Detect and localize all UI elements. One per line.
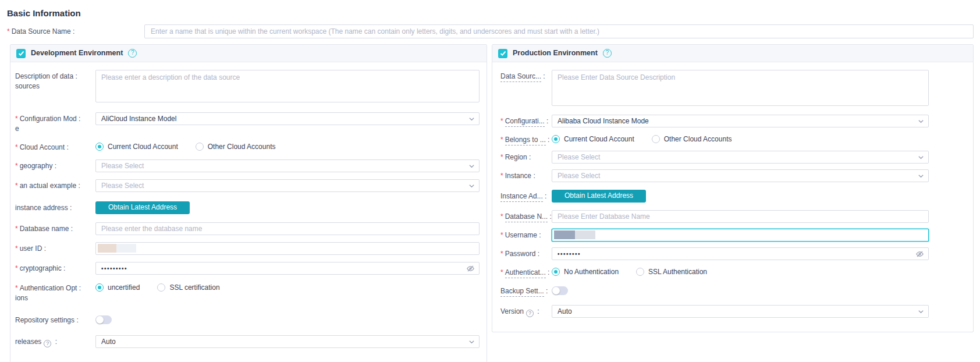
cloud_account-option-1[interactable]: Other Cloud Accounts (196, 142, 276, 152)
label-colon: : (52, 162, 56, 170)
redacted-value (554, 230, 575, 239)
field-row-authentication_options: *Authentication Opt :ionsuncertifiedSSL … (10, 282, 487, 303)
field-row-instance: *Instance :Please Select (492, 169, 973, 182)
field-row-instance_address: instance address :Obtain Latest Address (10, 201, 487, 214)
label-text: Region (505, 153, 527, 161)
authentication_options-option-1[interactable]: SSL certification (157, 283, 219, 293)
label-line: Instance Ad... : (500, 191, 552, 201)
label-line: *Password : (500, 249, 552, 259)
label-text-wrapped: ions (15, 293, 95, 303)
select-value: Please Select (558, 172, 600, 180)
authentication_method-radio-group: No AuthenticationSSL Authentication (552, 266, 929, 277)
label-text: Password (505, 250, 536, 258)
cloud_account-radio-group: Current Cloud AccountOther Cloud Account… (95, 141, 480, 152)
configuration_mode-select[interactable]: Alibaba Cloud Instance Mode (552, 115, 929, 127)
chevron-down-icon (918, 118, 924, 125)
label-line: Repository settings : (15, 315, 95, 325)
label-text: Version (500, 307, 524, 315)
cloud_account-label: *Cloud Account : (15, 141, 95, 152)
environment-panels: Development Environment?Description of d… (10, 44, 974, 362)
backup_settings-toggle[interactable] (552, 286, 568, 295)
field-row-database_name: *Database N... : (492, 210, 973, 223)
password-input[interactable]: •••••••• (552, 247, 929, 260)
configuration_mode-select[interactable]: AliCloud Instance Model (95, 112, 480, 125)
label-text: Instance Ad... (500, 192, 543, 202)
label-colon: : (69, 225, 73, 233)
label-line: instance address : (15, 203, 95, 213)
label-colon: : (537, 231, 541, 239)
environment-checkbox[interactable] (498, 49, 507, 58)
label-colon: : (71, 27, 75, 36)
help-icon[interactable]: ? (526, 310, 534, 317)
database_name-input[interactable] (95, 222, 480, 235)
description-label: Description of data :sources (15, 70, 95, 91)
chevron-down-icon (468, 183, 475, 189)
label-colon: : (74, 316, 79, 324)
help-icon[interactable]: ? (44, 340, 51, 347)
label-text: Authentication Opt (20, 284, 77, 292)
belongs_to-radio-group: Current Cloud AccountOther Cloud Account… (552, 133, 929, 144)
label-line: *Database N... : (500, 212, 552, 222)
belongs_to-control: Current Cloud AccountOther Cloud Account… (552, 133, 929, 144)
backup_settings-label: Backup Sett... : (500, 285, 552, 296)
authentication_method-label: *Authenticat... : (500, 266, 552, 278)
label-colon: : (535, 250, 539, 258)
label-text: Configurati... (505, 117, 545, 127)
releases-select[interactable]: Auto (95, 335, 480, 348)
belongs_to-option-1[interactable]: Other Cloud Accounts (652, 134, 732, 144)
authentication_method-option-1[interactable]: SSL Authentication (636, 267, 707, 277)
panel-body: Data Sourc... :*Configurati... :Alibaba … (492, 62, 973, 332)
instance_address-button[interactable]: Obtain Latest Address (95, 201, 190, 214)
data_source_description-textarea[interactable] (552, 70, 929, 106)
authentication_method-option-0[interactable]: No Authentication (552, 267, 619, 277)
required-asterisk: * (15, 143, 18, 151)
cryptographic-input[interactable]: ••••••••• (95, 262, 480, 275)
description-textarea[interactable] (95, 70, 480, 102)
instance-control: Please Select (552, 169, 929, 182)
masked-password-value: •••••••• (558, 249, 581, 258)
label-line: *geography : (15, 161, 95, 171)
region-select[interactable]: Please Select (552, 151, 929, 164)
cryptographic-label: *cryptographic : (15, 262, 95, 274)
username-input[interactable] (552, 229, 929, 242)
belongs_to-label: *Belongs to ... : (500, 133, 552, 145)
configuration_mode-label: *Configurati... : (500, 115, 552, 126)
help-icon[interactable]: ? (128, 49, 137, 58)
label-text: Repository settings (15, 316, 74, 324)
password-visibility-icon[interactable] (466, 264, 475, 273)
version-select[interactable]: Auto (552, 305, 929, 318)
radio-icon (196, 143, 204, 151)
select-value: Auto (558, 307, 572, 315)
required-asterisk: * (15, 182, 18, 190)
label-colon: : (73, 72, 77, 80)
geography-select[interactable]: Please Select (95, 159, 480, 172)
actual_example-control: Please Select (95, 179, 480, 192)
panel-title: Production Environment (513, 48, 598, 59)
cloud_account-option-0[interactable]: Current Cloud Account (95, 142, 178, 152)
data-source-name-input[interactable] (144, 24, 974, 38)
instance-select[interactable]: Please Select (552, 169, 929, 182)
chevron-down-icon (918, 308, 924, 315)
instance_address-button[interactable]: Obtain Latest Address (552, 190, 646, 203)
required-asterisk: * (15, 244, 18, 253)
belongs_to-option-0[interactable]: Current Cloud Account (552, 134, 634, 144)
radio-icon (157, 283, 165, 292)
database_name-label: *Database name : (15, 222, 95, 234)
authentication_options-option-0[interactable]: uncertified (95, 283, 140, 293)
help-icon[interactable]: ? (603, 49, 612, 58)
label-colon: : (68, 204, 72, 212)
environment-checkbox[interactable] (16, 49, 26, 58)
repository_settings-toggle[interactable] (95, 315, 112, 324)
user_id-input[interactable] (95, 242, 480, 255)
field-row-data_source_description: Data Sourc... : (492, 70, 973, 109)
select-value: AliCloud Instance Model (101, 115, 176, 123)
label-line: *Cloud Account : (15, 143, 95, 152)
password-visibility-icon[interactable] (915, 250, 924, 258)
label-text: cryptographic (20, 264, 62, 272)
database_name-input[interactable] (552, 210, 929, 223)
actual_example-select[interactable]: Please Select (95, 179, 480, 192)
page-title: Basic Information (7, 7, 980, 19)
label-line: releases? : (15, 337, 95, 347)
radio-selected-icon (95, 143, 104, 151)
panel-header: Development Environment? (10, 45, 487, 62)
